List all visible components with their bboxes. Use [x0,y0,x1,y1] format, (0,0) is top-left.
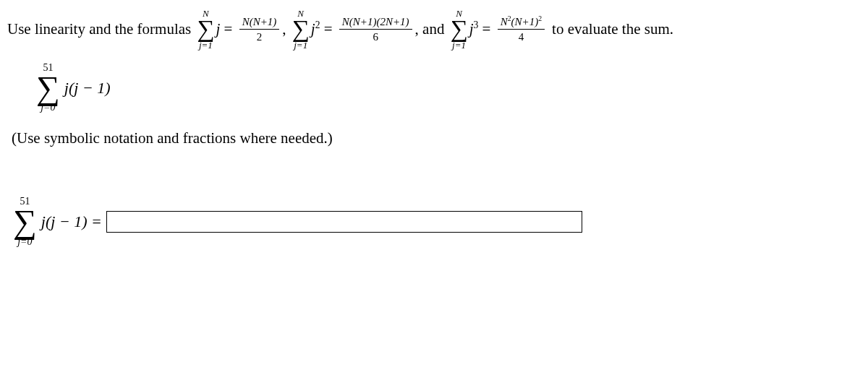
sigma-2: N ∑ j=1 [292,9,310,50]
hint-text: (Use symbolic notation and fractions whe… [12,129,861,147]
sep2: , and [415,20,445,38]
sigma-1: N ∑ j=1 [197,9,214,50]
answer-row: 51 ∑ j=0 j(j − 1) = [12,197,861,246]
sum3-rhs: N2(N+1)2 4 [498,15,545,43]
answer-sigma: 51 ∑ j=0 [13,197,37,246]
sum2-term: j2 [311,20,320,38]
instruction-lead: Use linearity and the formulas [7,20,191,38]
answer-expr: j(j − 1) = [41,212,102,232]
problem-expression: 51 ∑ j=0 j(j − 1) [35,63,861,113]
sep1: , [282,20,286,38]
instruction-line: Use linearity and the formulas N ∑ j=1 j… [7,9,861,50]
answer-input[interactable] [106,211,582,233]
instruction-tail: to evaluate the sum. [552,20,673,38]
sigma-3: N ∑ j=1 [450,9,467,50]
sum2-rhs: N(N+1)(2N+1) 6 [339,15,412,43]
sum3-term: j3 [469,20,479,38]
sum1-rhs: N(N+1) 2 [239,15,280,43]
